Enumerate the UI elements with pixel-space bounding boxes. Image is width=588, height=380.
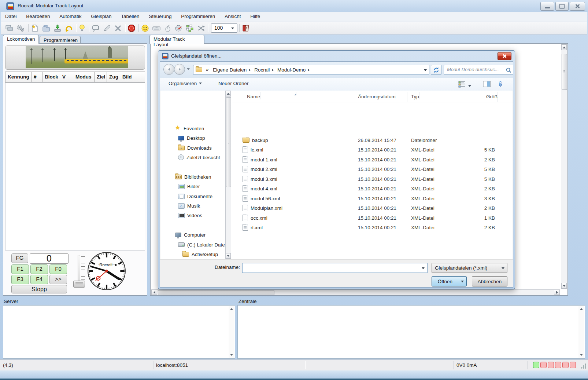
vertical-scrollbar-thumb[interactable] (562, 54, 567, 90)
workspace-button[interactable] (4, 23, 14, 33)
search-field[interactable] (444, 65, 513, 75)
column-size[interactable]: Größe (463, 92, 498, 102)
server-log[interactable] (3, 305, 235, 359)
breadcrumb-separator-icon[interactable] (308, 69, 310, 72)
column-bild[interactable]: Bild (120, 72, 134, 83)
scroll-down-button[interactable] (561, 283, 567, 289)
menu-item-tabellen[interactable]: Tabellen (117, 12, 143, 19)
scroll-up-button[interactable] (226, 91, 231, 96)
sidebar-item-zuletzt-besucht[interactable]: Zuletzt besucht (160, 153, 225, 162)
title-bar[interactable]: Rocrail: Modular Track Layout (0, 0, 588, 12)
refresh-button[interactable] (431, 65, 441, 75)
table-row[interactable]: lc.xml15.10.2014 00:21XML-Datei5 KB (232, 145, 513, 154)
menu-item-programmieren[interactable]: Programmieren (177, 12, 219, 19)
sidebar-item-bilder[interactable]: Bilder (160, 182, 225, 191)
column-date[interactable]: Änderungsdatum (354, 92, 407, 102)
menu-item-datei[interactable]: Datei (1, 12, 21, 19)
f1-button[interactable]: F1 (11, 264, 29, 274)
search-input[interactable] (446, 66, 503, 73)
arrow-up-icon[interactable] (580, 308, 583, 310)
central-log[interactable] (237, 305, 585, 359)
f0-button[interactable]: F0 (49, 264, 67, 274)
fg-button[interactable]: FG (11, 253, 28, 263)
f4-button[interactable]: F4 (30, 275, 48, 284)
table-row[interactable]: modul 1.xml15.10.2014 00:21XML-Datei2 KB (232, 155, 513, 164)
save-button[interactable] (53, 23, 62, 33)
sidebar-item-downloads[interactable]: Downloads (160, 143, 225, 152)
forward-button[interactable] (174, 64, 185, 75)
views-button[interactable] (458, 80, 471, 89)
routes-button[interactable] (196, 23, 206, 33)
maximize-button[interactable] (555, 2, 569, 11)
column-zug[interactable]: Zug (107, 72, 120, 83)
power-button[interactable] (77, 23, 87, 33)
server-log-scrollbar[interactable] (229, 306, 234, 358)
back-button[interactable] (163, 64, 174, 75)
stop-button[interactable]: Stopp (11, 285, 67, 293)
breadcrumb[interactable]: « Eigene Dateien Rocrail Modul-Demo (193, 65, 429, 75)
tab-lokomotiven[interactable]: Lokomotiven (3, 35, 39, 44)
arrow-up-icon[interactable] (230, 308, 233, 310)
sidebar-item-musik[interactable]: Musik (160, 201, 225, 210)
emergency-stop-button[interactable] (127, 23, 136, 33)
find-button[interactable] (174, 23, 184, 33)
organize-button[interactable]: Organisieren (169, 81, 202, 86)
sidebar-item-bibliotheken[interactable]: Bibliotheken (160, 172, 225, 181)
breadcrumb-item-eigene-dateien[interactable]: Eigene Dateien (211, 65, 248, 73)
column-kennung[interactable]: Kennung (5, 72, 32, 83)
table-row[interactable]: rt.xml15.10.2014 00:21XML-Datei2 KB (232, 223, 513, 232)
slider-handle[interactable] (73, 281, 85, 288)
table-row[interactable]: modul 2.xml15.10.2014 00:21XML-Datei5 KB (232, 164, 513, 174)
table-row[interactable]: modul 56.xml15.10.2014 00:21XML-Datei3 K… (232, 194, 513, 203)
column-ziel[interactable]: Ziel (95, 72, 107, 83)
close-button[interactable] (570, 2, 585, 11)
locomotive-image-bar[interactable] (5, 45, 145, 70)
table-row[interactable]: backup26.09.2014 15:47Dateiordner (232, 135, 513, 145)
column-modus[interactable]: Modus (73, 72, 95, 83)
more-functions-button[interactable]: >> (49, 275, 67, 284)
f3-button[interactable]: F3 (11, 275, 29, 284)
sidebar-item-desktop[interactable]: Desktop (160, 134, 225, 142)
breadcrumb-item-modul-demo[interactable]: Modul-Demo (276, 65, 307, 73)
sidebar-item-videos[interactable]: Videos (160, 211, 225, 220)
undo-button[interactable] (64, 23, 74, 33)
open-split-dropdown[interactable] (458, 277, 466, 286)
arrow-down-icon[interactable] (230, 354, 233, 356)
dialog-close-button[interactable] (498, 52, 511, 60)
breadcrumb-overflow[interactable]: « (204, 65, 210, 73)
arrow-down-icon[interactable] (580, 354, 583, 356)
column-number[interactable]: #__ (32, 72, 42, 83)
sidebar-item-activesetup[interactable]: ActiveSetup (160, 250, 225, 259)
tab-programmieren[interactable]: Programmieren (40, 36, 81, 44)
horizontal-scrollbar-thumb[interactable] (158, 290, 274, 295)
breadcrumb-item-rocrail[interactable]: Rocrail (253, 65, 271, 73)
edit-button[interactable] (102, 23, 112, 33)
new-plan-button[interactable] (30, 23, 40, 33)
table-row[interactable]: modul 3.xml15.10.2014 00:21XML-Datei5 KB (232, 174, 513, 184)
menu-item-gleisplan[interactable]: Gleisplan (87, 12, 115, 19)
auto-mode-button[interactable] (140, 23, 150, 33)
scroll-down-button[interactable] (226, 253, 231, 259)
column-type[interactable]: Typ (407, 92, 463, 102)
speed-slider[interactable] (73, 253, 86, 289)
scroll-up-button[interactable] (561, 44, 567, 50)
help-button[interactable] (499, 81, 502, 87)
sidebar-scrollbar-thumb[interactable] (226, 97, 231, 187)
sidebar-item-local-disk[interactable]: (C:) Lokaler Daten (160, 240, 225, 249)
menu-item-hilfe[interactable]: Hilfe (246, 12, 264, 19)
breadcrumb-separator-icon[interactable] (249, 69, 251, 72)
history-dropdown[interactable] (187, 68, 190, 70)
sidebar-item-computer[interactable]: Computer (160, 230, 225, 239)
menu-item-bearbeiten[interactable]: Bearbeiten (22, 12, 54, 19)
breadcrumb-separator-icon[interactable] (272, 69, 274, 72)
sidebar-scrollbar[interactable] (225, 91, 231, 259)
address-dropdown[interactable] (424, 69, 427, 71)
new-folder-button[interactable]: Neuer Ordner (218, 81, 249, 86)
column-v[interactable]: V__ (60, 72, 73, 83)
table-row[interactable]: occ.xml15.10.2014 00:21XML-Datei1 KB (232, 213, 513, 223)
zoom-level-select[interactable]: 100 (211, 23, 237, 33)
filetype-select[interactable]: Gleisplandateien (*.xml) (432, 263, 507, 273)
sidebar-item-favoriten[interactable]: Favoriten (160, 124, 225, 133)
cancel-button[interactable]: Abbrechen (472, 276, 507, 286)
table-row[interactable]: Modulplan.xml15.10.2014 00:21XML-Datei2 … (232, 203, 513, 213)
